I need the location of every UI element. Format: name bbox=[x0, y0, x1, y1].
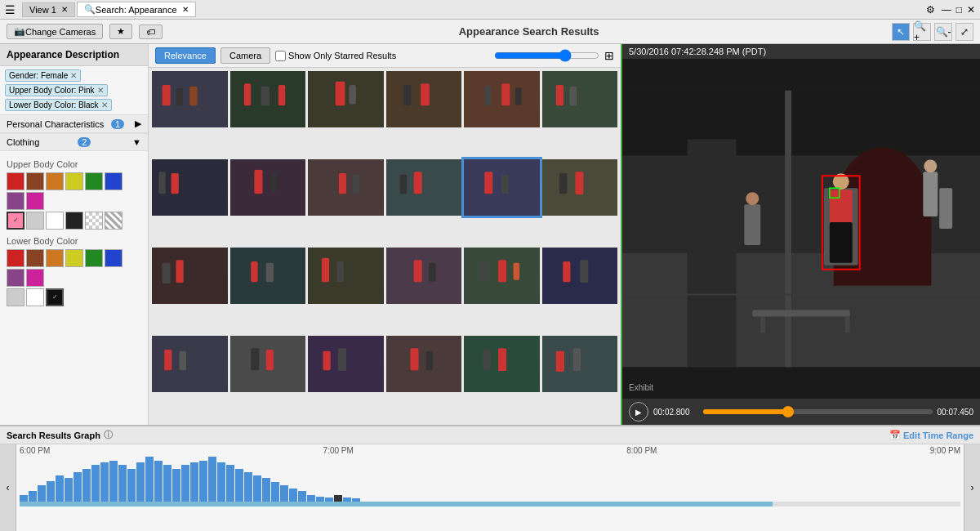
seek-bar[interactable] bbox=[703, 409, 933, 414]
bar-24[interactable] bbox=[226, 465, 234, 502]
show-starred-checkbox[interactable]: Show Only Starred Results bbox=[275, 51, 396, 61]
bar-5[interactable] bbox=[56, 475, 64, 502]
lower-color-lgray[interactable] bbox=[7, 288, 24, 306]
bar-25[interactable] bbox=[235, 469, 243, 502]
bar-32[interactable] bbox=[298, 491, 306, 502]
thumbnail-8[interactable] bbox=[230, 159, 306, 245]
thumbnail-15[interactable] bbox=[308, 248, 384, 333]
tab-view1[interactable]: View 1 ✕ bbox=[22, 2, 75, 17]
thumbnail-12[interactable] bbox=[542, 159, 618, 245]
lower-color-red[interactable] bbox=[7, 249, 24, 267]
filter-tag-lower-remove[interactable]: ✕ bbox=[101, 100, 108, 109]
bar-22[interactable] bbox=[208, 457, 216, 502]
bar-14[interactable] bbox=[136, 462, 145, 502]
color-purple[interactable] bbox=[7, 192, 24, 210]
thumbnail-2[interactable] bbox=[230, 71, 306, 157]
thumbnail-23[interactable] bbox=[464, 336, 540, 422]
menu-icon[interactable]: ☰ bbox=[5, 3, 16, 16]
zoom-out-tool[interactable]: 🔍- bbox=[934, 23, 952, 41]
color-checkered1[interactable] bbox=[85, 212, 103, 230]
bar-13[interactable] bbox=[127, 469, 136, 502]
tab-search-appearance[interactable]: 🔍 Search: Appearance ✕ bbox=[77, 2, 196, 17]
thumbnail-14[interactable] bbox=[230, 248, 306, 333]
bar-2[interactable] bbox=[29, 491, 37, 502]
thumbnail-1[interactable] bbox=[152, 71, 228, 157]
bar-19[interactable] bbox=[181, 465, 189, 502]
color-brown[interactable] bbox=[26, 172, 44, 190]
color-green[interactable] bbox=[85, 172, 103, 190]
tag-filter-button[interactable]: 🏷 bbox=[139, 25, 163, 39]
color-yellow[interactable] bbox=[65, 172, 83, 190]
lower-color-blue[interactable] bbox=[105, 249, 122, 267]
close-icon[interactable]: ✕ bbox=[967, 4, 975, 16]
bar-7[interactable] bbox=[74, 472, 82, 502]
color-light-gray[interactable] bbox=[26, 212, 44, 230]
thumbnail-16[interactable] bbox=[386, 248, 462, 333]
thumbnail-7[interactable] bbox=[152, 159, 228, 245]
tab-search-close[interactable]: ✕ bbox=[182, 5, 189, 14]
relevance-slider[interactable] bbox=[494, 49, 599, 62]
bar-4[interactable] bbox=[47, 481, 55, 502]
help-icon[interactable]: ⓘ bbox=[104, 429, 113, 441]
bar-3[interactable] bbox=[38, 485, 46, 502]
bar-10[interactable] bbox=[100, 462, 109, 502]
zoom-in-tool[interactable]: 🔍+ bbox=[913, 23, 931, 41]
timeline-scroll-right[interactable]: › bbox=[964, 444, 980, 531]
lower-color-black-selected[interactable]: ✓ bbox=[46, 288, 64, 306]
lower-color-pink[interactable] bbox=[26, 269, 44, 287]
lower-color-brown[interactable] bbox=[26, 249, 44, 267]
color-magenta[interactable] bbox=[26, 192, 44, 210]
filter-tag-upper-body[interactable]: Upper Body Color: Pink ✕ bbox=[5, 84, 108, 96]
lower-color-white[interactable] bbox=[26, 288, 44, 306]
filter-tag-gender-remove[interactable]: ✕ bbox=[70, 71, 77, 80]
relevance-tab[interactable]: Relevance bbox=[155, 47, 216, 64]
thumbnail-6[interactable] bbox=[542, 71, 618, 157]
fit-tool[interactable]: ⤢ bbox=[956, 23, 973, 41]
lower-color-purple[interactable] bbox=[7, 269, 24, 287]
color-white[interactable] bbox=[46, 212, 64, 230]
thumbnail-24[interactable] bbox=[542, 336, 618, 422]
star-filter-button[interactable]: ★ bbox=[109, 24, 132, 39]
bar-27[interactable] bbox=[253, 475, 261, 502]
clothing-section[interactable]: Clothing 2 ▼ bbox=[0, 133, 148, 151]
lower-color-yellow[interactable] bbox=[65, 249, 83, 267]
thumbnail-11-selected[interactable] bbox=[464, 159, 540, 245]
bar-33[interactable] bbox=[307, 495, 315, 502]
bar-8[interactable] bbox=[82, 469, 91, 502]
thumbnail-17[interactable] bbox=[464, 248, 540, 333]
change-cameras-button[interactable]: 📷 Change Cameras bbox=[7, 24, 103, 39]
thumbnail-19[interactable] bbox=[152, 336, 228, 422]
bar-29[interactable] bbox=[271, 482, 279, 502]
color-pink-selected[interactable]: ✓ bbox=[7, 212, 24, 230]
filter-tag-upper-remove[interactable]: ✕ bbox=[97, 86, 104, 95]
timeline-scroll-left[interactable]: ‹ bbox=[0, 444, 16, 531]
bar-23[interactable] bbox=[217, 462, 225, 502]
bar-16[interactable] bbox=[154, 461, 163, 502]
filter-tag-gender[interactable]: Gender: Female ✕ bbox=[5, 69, 81, 82]
bar-15[interactable] bbox=[145, 457, 154, 502]
color-orange[interactable] bbox=[46, 172, 64, 190]
thumbnail-22[interactable] bbox=[386, 336, 462, 422]
maximize-icon[interactable]: □ bbox=[956, 4, 962, 16]
cursor-tool[interactable]: ↖ bbox=[892, 23, 910, 41]
minimize-icon[interactable]: — bbox=[942, 4, 951, 16]
color-blue[interactable] bbox=[105, 172, 122, 190]
bar-21[interactable] bbox=[199, 461, 207, 502]
thumbnail-10[interactable] bbox=[386, 159, 462, 245]
bar-31[interactable] bbox=[289, 489, 297, 502]
thumbnail-18[interactable] bbox=[542, 248, 618, 333]
bar-12[interactable] bbox=[118, 465, 127, 502]
edit-time-range-button[interactable]: 📅 Edit Time Range bbox=[889, 430, 973, 440]
play-button[interactable]: ▶ bbox=[629, 402, 648, 422]
bar-36[interactable] bbox=[334, 495, 342, 502]
thumbnail-21[interactable] bbox=[308, 336, 384, 422]
bar-18[interactable] bbox=[172, 469, 180, 502]
color-black[interactable] bbox=[65, 212, 83, 230]
thumbnail-4[interactable] bbox=[386, 71, 462, 157]
grid-view-button[interactable]: ⊞ bbox=[604, 49, 614, 62]
thumbnail-5[interactable] bbox=[464, 71, 540, 157]
thumbnail-20[interactable] bbox=[230, 336, 306, 422]
color-stripes[interactable] bbox=[105, 212, 122, 230]
bar-6[interactable] bbox=[65, 478, 73, 502]
personal-characteristics-section[interactable]: Personal Characteristics 1 ▶ bbox=[0, 114, 148, 133]
